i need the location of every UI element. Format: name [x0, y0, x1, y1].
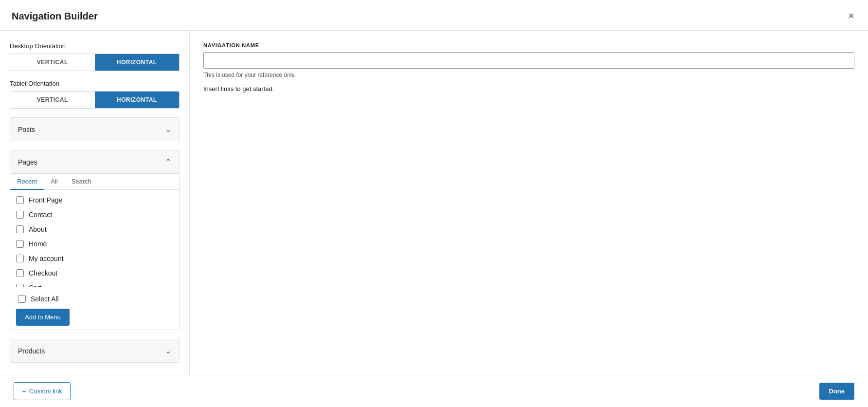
tablet-horizontal-button[interactable]: HORIZONTAL	[95, 92, 180, 108]
custom-link-button[interactable]: + Custom link	[14, 382, 71, 400]
select-all-row: Select All	[16, 291, 173, 305]
page-front-page-label[interactable]: Front Page	[29, 196, 62, 204]
page-home-checkbox[interactable]	[16, 240, 24, 248]
pages-accordion: Pages ⌃ Recent All Search Front Page	[10, 150, 180, 330]
posts-accordion-header[interactable]: Posts ⌄	[10, 118, 179, 141]
left-panel: Desktop Orientation VERTICAL HORIZONTAL …	[0, 31, 190, 375]
tablet-orientation-label: Tablet Orientation	[10, 80, 180, 87]
page-about-label[interactable]: About	[29, 225, 47, 233]
tab-search[interactable]: Search	[65, 174, 98, 190]
add-to-menu-button[interactable]: Add to Menu	[16, 309, 70, 326]
pages-chevron-up-icon: ⌃	[165, 157, 171, 166]
products-accordion-header[interactable]: Products ⌄	[10, 339, 179, 362]
products-accordion: Products ⌄	[10, 339, 180, 363]
list-item: Cart	[10, 280, 179, 287]
desktop-orientation-label: Desktop Orientation	[10, 42, 180, 50]
page-cart-checkbox[interactable]	[16, 284, 24, 287]
list-item: Contact	[10, 207, 179, 222]
list-item: Front Page	[10, 193, 179, 207]
page-checkout-label[interactable]: Checkout	[29, 269, 57, 277]
posts-accordion-label: Posts	[18, 126, 35, 133]
tablet-orientation-section: Tablet Orientation VERTICAL HORIZONTAL	[10, 80, 180, 109]
select-all-checkbox[interactable]	[18, 295, 26, 303]
close-button[interactable]: ×	[846, 9, 856, 23]
tab-recent[interactable]: Recent	[10, 174, 44, 190]
done-button[interactable]: Done	[819, 383, 855, 400]
tablet-orientation-buttons: VERTICAL HORIZONTAL	[10, 91, 180, 109]
page-my-account-checkbox[interactable]	[16, 255, 24, 262]
right-panel: NAVIGATION NAME This is used for your re…	[190, 31, 868, 375]
page-checkout-checkbox[interactable]	[16, 269, 24, 277]
page-about-checkbox[interactable]	[16, 225, 24, 233]
pages-accordion-label: Pages	[18, 158, 37, 166]
products-accordion-label: Products	[18, 347, 45, 355]
page-contact-checkbox[interactable]	[16, 211, 24, 219]
select-all-label[interactable]: Select All	[31, 295, 59, 303]
desktop-vertical-button[interactable]: VERTICAL	[10, 54, 95, 71]
pages-section-inner: Select All Add to Menu	[10, 287, 179, 330]
navigation-builder-modal: Navigation Builder × Desktop Orientation…	[0, 0, 868, 407]
tab-all[interactable]: All	[44, 174, 64, 190]
nav-name-input[interactable]	[203, 52, 854, 69]
modal-header: Navigation Builder ×	[0, 0, 868, 31]
desktop-orientation-buttons: VERTICAL HORIZONTAL	[10, 54, 180, 71]
insert-links-text: Insert links to get started.	[203, 85, 854, 92]
nav-name-label: NAVIGATION NAME	[203, 42, 854, 48]
list-item: About	[10, 222, 179, 237]
page-front-page-checkbox[interactable]	[16, 196, 24, 204]
list-item: My account	[10, 251, 179, 266]
posts-chevron-down-icon: ⌄	[165, 125, 171, 134]
pages-tabs-row: Recent All Search	[10, 174, 179, 190]
modal-footer: + Custom link Done	[0, 375, 868, 407]
page-cart-label[interactable]: Cart	[29, 284, 41, 287]
posts-accordion: Posts ⌄	[10, 117, 180, 141]
pages-accordion-header[interactable]: Pages ⌃	[10, 150, 179, 173]
desktop-orientation-section: Desktop Orientation VERTICAL HORIZONTAL	[10, 42, 180, 71]
modal-title: Navigation Builder	[12, 11, 98, 22]
products-chevron-down-icon: ⌄	[165, 346, 171, 355]
desktop-horizontal-button[interactable]: HORIZONTAL	[95, 54, 180, 71]
pages-accordion-body: Recent All Search Front Page Contact	[10, 173, 179, 330]
page-my-account-label[interactable]: My account	[29, 255, 64, 262]
page-home-label[interactable]: Home	[29, 240, 47, 248]
nav-name-hint: This is used for your reference only.	[203, 72, 854, 78]
page-contact-label[interactable]: Contact	[29, 211, 52, 219]
tablet-vertical-button[interactable]: VERTICAL	[10, 92, 95, 108]
pages-list: Front Page Contact About Home	[10, 190, 179, 287]
list-item: Home	[10, 237, 179, 251]
modal-body: Desktop Orientation VERTICAL HORIZONTAL …	[0, 31, 868, 375]
custom-link-label: Custom link	[29, 388, 62, 395]
list-item: Checkout	[10, 266, 179, 280]
plus-icon: +	[22, 387, 26, 395]
